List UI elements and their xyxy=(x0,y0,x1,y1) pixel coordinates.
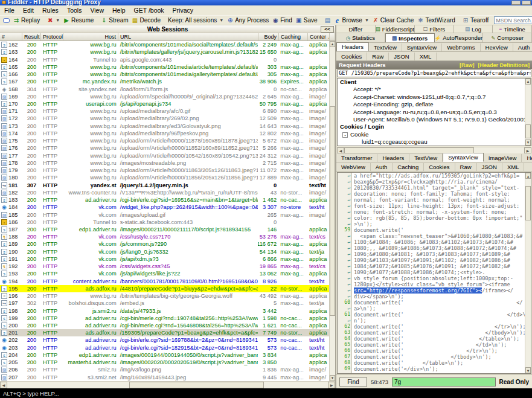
menu-help[interactable]: Help xyxy=(108,6,130,14)
sessions-horizontal-scrollbar[interactable]: ◀ ▶ xyxy=(0,381,335,388)
headers-horizontal-scrollbar[interactable]: ◀ ▶ xyxy=(337,147,531,153)
session-row[interactable]: s189200HTTPvk.com/js/common.js?290116 67… xyxy=(0,240,329,248)
request-line[interactable]: GET /159305/prepareCode?p1=beaxg&p2=ehfk… xyxy=(337,69,531,77)
headers-vertical-scrollbar[interactable]: ▲ ▼ xyxy=(525,79,531,146)
sessions-vertical-scrollbar[interactable]: ▲ ▼ xyxy=(329,41,335,381)
toolbar-find-icon[interactable]: ◉Find xyxy=(271,16,293,25)
scrollbar-track[interactable] xyxy=(344,147,524,153)
session-row[interactable]: ▨175200HTTPwww.bg.ru/upload/orm/Article/… xyxy=(0,137,329,144)
session-row[interactable]: s167200HTTPmc.yandex.ru/metrika/watch.js… xyxy=(0,78,329,85)
tab-xml[interactable]: XML xyxy=(415,53,437,60)
session-row[interactable]: ▨169200HTTPwww.bg.ru/upload/orm/Special/… xyxy=(0,93,329,100)
session-row[interactable]: ▨206200HTTPsmi2.ru/img/v3/logo.png1 836m… xyxy=(0,366,329,373)
scroll-left-button[interactable]: ◀ xyxy=(337,147,344,153)
scrollbar-thumb[interactable] xyxy=(129,382,264,388)
column-header-num[interactable]: # xyxy=(0,33,22,40)
session-row[interactable]: s183200HTTPad.adriver.ru/cgi-bin/erle.cg… xyxy=(0,196,329,204)
session-row[interactable]: ◉194200HTTPcontent.adriver.ru/banners/00… xyxy=(0,278,329,285)
scroll-up-button[interactable]: ▲ xyxy=(525,173,531,179)
maximize-button[interactable] xyxy=(511,1,521,5)
find-button[interactable]: Find xyxy=(339,377,367,387)
session-row[interactable]: ▨173200HTTPwww.bg.ru/upload/medialbrary/… xyxy=(0,123,329,130)
session-row[interactable]: ▨177200HTTPwww.bg.ru/upload/orm/Article/… xyxy=(0,152,329,159)
tab-hexview[interactable]: HexView xyxy=(481,43,513,51)
session-row[interactable]: ▨172200HTTPwww.bg.ru/upload/medialbrary/… xyxy=(0,115,329,122)
tab-statistics[interactable]: ◷Statistics xyxy=(336,33,385,42)
scrollbar-track[interactable] xyxy=(525,85,531,140)
tab-headers[interactable]: Headers xyxy=(336,42,369,51)
scroll-left-button[interactable]: ◀ xyxy=(0,382,7,388)
session-row[interactable]: ▨174200HTTPwww.bg.ru/upload/medialbrary/… xyxy=(0,130,329,137)
scroll-up-button[interactable]: ▲ xyxy=(330,41,335,47)
session-row[interactable]: ◈168304HTTPsite.yandex.net/load/form/1/f… xyxy=(0,85,329,92)
msdn-search-input[interactable] xyxy=(494,16,532,24)
tab-webforms[interactable]: WebForms xyxy=(442,43,480,51)
toolbar-clear-cache-icon[interactable]: ✗Clear Cache xyxy=(371,16,416,25)
menu-file[interactable]: File xyxy=(0,6,19,14)
menu-privacy[interactable]: Privacy xyxy=(168,6,197,14)
session-row[interactable]: ▨180200HTTPwww.bg.ru/upload/orm/Article/… xyxy=(0,174,329,181)
toolbar-browser-icon[interactable]: eBrowse▼ xyxy=(333,16,371,25)
toolbar-keep-all-sessions[interactable]: Keep: All sessions▼ xyxy=(166,16,225,25)
tab-cookies[interactable]: Cookies xyxy=(424,163,455,171)
session-row[interactable]: s195200HTTPads.adfox.ru/44810/prepareCod… xyxy=(0,285,329,292)
column-header-body[interactable]: Body xyxy=(258,33,279,40)
column-header-host[interactable]: Host xyxy=(63,33,118,40)
tab-caching[interactable]: Caching xyxy=(393,163,424,171)
collapse-panel-button[interactable]: << xyxy=(321,26,334,33)
tab-webview[interactable]: WebView xyxy=(336,163,371,171)
tab-hexview[interactable]: HexView xyxy=(522,154,532,162)
session-row[interactable]: s200200HTTPad.adriver.ru/cgi-bin/merle.c… xyxy=(0,322,329,329)
tab-textview[interactable]: TextView xyxy=(409,154,443,162)
session-row[interactable]: •186200HTTPTunnel tos-static.ak.facebook… xyxy=(0,219,329,226)
close-button[interactable] xyxy=(522,1,531,5)
toolbar-save-icon[interactable]: ▣Save xyxy=(294,16,319,25)
column-header-url[interactable]: URL xyxy=(118,33,258,40)
toolbar-decode-icon[interactable]: ▦Decode xyxy=(130,16,162,25)
tab-auth[interactable]: Auth xyxy=(371,163,393,171)
scroll-down-button[interactable]: ▼ xyxy=(525,140,531,146)
tab-syntaxview[interactable]: SyntaxView xyxy=(402,43,442,51)
tab-cookies[interactable]: Cookies xyxy=(336,53,367,60)
session-row[interactable]: s190200HTTPvk.com/js/lang0_0.js?633254 1… xyxy=(0,248,329,255)
session-row[interactable]: s201200HTTPads.adfox.ru/159305/prepareCo… xyxy=(0,329,329,336)
toolbar-comment-icon[interactable] xyxy=(1,16,11,25)
tab-autoresponder[interactable]: ⚡AutoResponder xyxy=(435,33,484,42)
toolbar-tearoff-icon[interactable]: ⊞Tearoff xyxy=(461,16,490,25)
session-row[interactable]: s163200HTTPwww.bg.ru/bitrix/templates/ga… xyxy=(0,48,329,56)
toolbar-textwizard-icon[interactable]: ✱TextWizard xyxy=(415,16,457,25)
raw-link[interactable]: [Raw] xyxy=(460,62,475,68)
scroll-down-button[interactable]: ▼ xyxy=(525,367,531,373)
scroll-up-button[interactable]: ▲ xyxy=(525,79,531,85)
session-row[interactable]: ▨182200HTTPwww.tns-counter.ru/V13a***R%3… xyxy=(0,189,329,196)
tab-raw[interactable]: Raw xyxy=(367,53,389,60)
menu-rules[interactable]: Rules xyxy=(38,6,63,14)
session-row[interactable]: ▨207200HTTPs3.smi2.net/img/160x89/145944… xyxy=(0,374,329,381)
code-editor[interactable]: a href="http://ads.adfox.ru/159305/goLin… xyxy=(352,173,525,373)
toolbar-any-process-icon[interactable]: ⊕Any Process xyxy=(225,16,271,25)
tab-composer[interactable]: ✎Composer xyxy=(483,33,532,42)
session-row[interactable]: s165200HTTPwww.bg.ru/bitrix/components/1… xyxy=(0,63,329,71)
code-vertical-scrollbar[interactable]: ▲ ▼ xyxy=(525,173,531,373)
collapse-toggle-icon[interactable]: - xyxy=(342,132,348,138)
column-header-caching[interactable]: Caching xyxy=(279,33,308,40)
session-row[interactable]: s193200HTTPvk.com/js/api/widgets/like.js… xyxy=(0,270,329,277)
scrollbar-track[interactable] xyxy=(7,382,328,388)
menu-get-book[interactable]: GET /book xyxy=(130,6,168,14)
tab-log[interactable]: ▤Log xyxy=(454,25,493,33)
menu-edit[interactable]: Edit xyxy=(19,6,38,14)
tab-differ[interactable]: Differ xyxy=(336,25,376,33)
session-row[interactable]: ▨171200HTTPwww.bg.ru/upload/medialbrary/… xyxy=(0,108,329,115)
toolbar-stream-icon[interactable]: ⇓Stream xyxy=(99,16,130,25)
find-input[interactable] xyxy=(392,377,495,387)
tab-timeline[interactable]: ≡Timeline xyxy=(493,25,532,33)
scrollbar-thumb[interactable] xyxy=(525,186,531,220)
tab-imageview[interactable]: ImageView xyxy=(484,154,522,162)
session-row[interactable]: ◉184200HTTPvk.com/widget_like.php?app=26… xyxy=(0,204,329,211)
session-row[interactable]: •164200HTTPTunnel toapis.google.com:4430 xyxy=(0,56,329,63)
tab-filters[interactable]: ☐Filters xyxy=(415,25,454,33)
menu-tools[interactable]: Tools xyxy=(63,6,86,14)
tab-xml[interactable]: XML xyxy=(502,163,525,171)
session-row[interactable]: s198200HTTPjs.smi2.ru/data/js/47933.js3 … xyxy=(0,307,329,314)
session-row[interactable]: s205200HTTPmasterh4.adriver.ru/images/00… xyxy=(0,359,329,366)
